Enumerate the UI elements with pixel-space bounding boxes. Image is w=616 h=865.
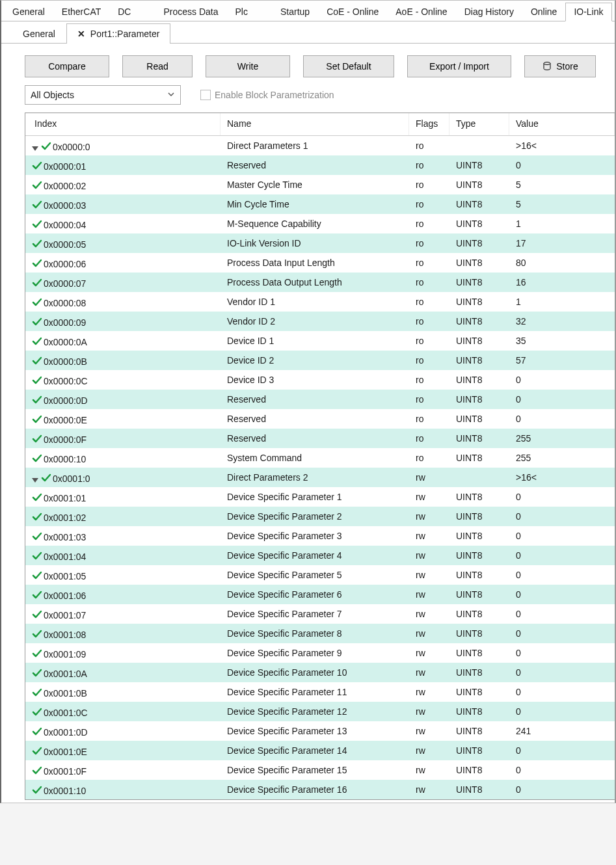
check-icon	[32, 179, 44, 189]
top-tab[interactable]: CoE - Online	[318, 3, 387, 21]
table-row[interactable]: 0x0001:06Device Specific Parameter 6rwUI…	[25, 585, 615, 604]
cell-name: Device Specific Parameter 10	[221, 667, 409, 678]
table-row[interactable]: 0x0001:0FDevice Specific Parameter 15rwU…	[25, 760, 615, 780]
index-text: 0x0000:0	[53, 142, 90, 152]
compare-button[interactable]: Compare	[25, 55, 109, 77]
table-row[interactable]: 0x0001:0CDevice Specific Parameter 12rwU…	[25, 702, 615, 721]
table-row[interactable]: 0x0001:0Direct Parameters 2rw>16<	[25, 468, 615, 487]
table-row[interactable]: 0x0000:02Master Cycle TimeroUINT85	[25, 175, 615, 194]
table-row[interactable]: 0x0001:09Device Specific Parameter 9rwUI…	[25, 643, 615, 663]
check-icon	[32, 393, 44, 404]
table-row[interactable]: 0x0001:05Device Specific Parameter 5rwUI…	[25, 565, 615, 585]
sub-tab[interactable]: ✕Port1::Parameter	[66, 23, 171, 44]
col-header-type[interactable]: Type	[449, 113, 509, 135]
top-tab[interactable]: AoE - Online	[387, 3, 455, 21]
table-row[interactable]: 0x0001:0EDevice Specific Parameter 14rwU…	[25, 741, 615, 760]
expand-icon[interactable]	[32, 478, 38, 483]
top-tab[interactable]: Online	[522, 3, 565, 21]
table-row[interactable]: 0x0001:02Device Specific Parameter 2rwUI…	[25, 507, 615, 526]
table-row[interactable]: 0x0000:03Min Cycle TimeroUINT85	[25, 194, 615, 214]
table-row[interactable]: 0x0000:0ADevice ID 1roUINT835	[25, 331, 615, 351]
cell-type: UINT8	[449, 355, 509, 366]
read-button[interactable]: Read	[122, 55, 193, 77]
table-row[interactable]: 0x0001:0BDevice Specific Parameter 11rwU…	[25, 682, 615, 702]
table-row[interactable]: 0x0000:08Vendor ID 1roUINT81	[25, 292, 615, 312]
table-row[interactable]: 0x0001:01Device Specific Parameter 1rwUI…	[25, 487, 615, 507]
col-header-flags[interactable]: Flags	[409, 113, 449, 135]
cell-type: UINT8	[449, 199, 509, 209]
cell-flags: ro	[409, 394, 449, 405]
cell-flags: ro	[409, 433, 449, 444]
cell-value: 0	[509, 394, 615, 405]
top-tab[interactable]: Process Data	[155, 3, 226, 21]
objects-filter-dropdown[interactable]: All Objects	[25, 85, 181, 105]
cell-type: UINT8	[449, 414, 509, 424]
table-row[interactable]: 0x0001:07Device Specific Parameter 7rwUI…	[25, 604, 615, 624]
top-tab[interactable]: EtherCAT	[53, 3, 109, 21]
check-icon	[32, 296, 44, 306]
expand-icon[interactable]	[32, 146, 38, 151]
table-row[interactable]: 0x0000:0DReservedroUINT80	[25, 390, 615, 409]
cell-index: 0x0000:0F	[25, 432, 221, 445]
cell-type: UINT8	[449, 394, 509, 405]
table-row[interactable]: 0x0000:0CDevice ID 3roUINT80	[25, 370, 615, 390]
table-row[interactable]: 0x0000:0FReservedroUINT8255	[25, 429, 615, 448]
cell-type: UINT8	[449, 570, 509, 580]
close-icon[interactable]: ✕	[77, 29, 85, 39]
table-row[interactable]: 0x0001:04Device Specific Parameter 4rwUI…	[25, 546, 615, 565]
block-param-checkbox-wrap[interactable]: Enable Block Parametrization	[200, 90, 334, 100]
col-header-value[interactable]: Value	[509, 113, 615, 135]
sub-tab[interactable]: General	[12, 23, 66, 44]
set-default-button[interactable]: Set Default	[303, 55, 394, 77]
cell-index: 0x0000:03	[25, 198, 221, 211]
top-tab[interactable]: Diag History	[456, 3, 522, 21]
cell-type: UINT8	[449, 589, 509, 600]
table-row[interactable]: 0x0000:10System CommandroUINT8255	[25, 448, 615, 468]
cell-value: 1	[509, 297, 615, 307]
sub-tab-label: Port1::Parameter	[90, 29, 160, 39]
table-row[interactable]: 0x0000:01ReservedroUINT80	[25, 155, 615, 175]
cell-name: Device Specific Parameter 9	[221, 648, 409, 658]
export-import-button[interactable]: Export / Import	[407, 55, 511, 77]
cell-index: 0x0000:04	[25, 218, 221, 230]
table-row[interactable]: 0x0000:05IO-Link Version IDroUINT817	[25, 233, 615, 253]
table-row[interactable]: 0x0000:0Direct Parameters 1ro>16<	[25, 136, 615, 155]
top-tab[interactable]: IO-Link	[565, 3, 611, 21]
table-row[interactable]: 0x0000:07Process Data Output LengthroUIN…	[25, 273, 615, 292]
check-icon	[41, 472, 53, 482]
col-header-name[interactable]: Name	[221, 113, 409, 135]
cell-index: 0x0001:05	[25, 569, 221, 581]
cell-value: 255	[509, 433, 615, 444]
table-row[interactable]: 0x0000:0BDevice ID 2roUINT857	[25, 351, 615, 370]
cell-index: 0x0001:0B	[25, 686, 221, 699]
top-tab[interactable]: DC	[109, 3, 155, 21]
app-window: GeneralEtherCATDCProcess DataPlcStartupC…	[0, 0, 616, 803]
cell-value: 0	[509, 550, 615, 561]
table-row[interactable]: 0x0001:0ADevice Specific Parameter 10rwU…	[25, 663, 615, 682]
index-text: 0x0000:0A	[44, 337, 87, 347]
table-row[interactable]: 0x0001:03Device Specific Parameter 3rwUI…	[25, 526, 615, 546]
col-header-index[interactable]: Index	[25, 113, 221, 135]
store-button[interactable]: Store	[524, 55, 596, 77]
cell-index: 0x0001:10	[25, 784, 221, 796]
table-row[interactable]: 0x0000:06Process Data Input LengthroUINT…	[25, 253, 615, 273]
table-row[interactable]: 0x0000:0EReservedroUINT80	[25, 409, 615, 429]
top-tab[interactable]: General	[4, 3, 53, 21]
table-row[interactable]: 0x0001:0DDevice Specific Parameter 13rwU…	[25, 721, 615, 741]
write-button[interactable]: Write	[206, 55, 290, 77]
cell-name: Device Specific Parameter 14	[221, 745, 409, 756]
table-row[interactable]: 0x0001:10Device Specific Parameter 16rwU…	[25, 780, 615, 799]
top-tab[interactable]: Plc	[227, 3, 272, 21]
check-icon	[32, 198, 44, 209]
cell-flags: rw	[409, 589, 449, 600]
table-row[interactable]: 0x0000:04M-Sequence CapabilityroUINT81	[25, 214, 615, 233]
cell-index: 0x0001:0C	[25, 706, 221, 718]
cell-value: 0	[509, 706, 615, 717]
cell-type: UINT8	[449, 180, 509, 190]
top-tab[interactable]: Startup	[272, 3, 318, 21]
cell-type: UINT8	[449, 511, 509, 522]
table-row[interactable]: 0x0001:08Device Specific Parameter 8rwUI…	[25, 624, 615, 643]
table-row[interactable]: 0x0000:09Vendor ID 2roUINT832	[25, 312, 615, 331]
cell-index: 0x0000:02	[25, 179, 221, 191]
cell-value: 1	[509, 219, 615, 229]
